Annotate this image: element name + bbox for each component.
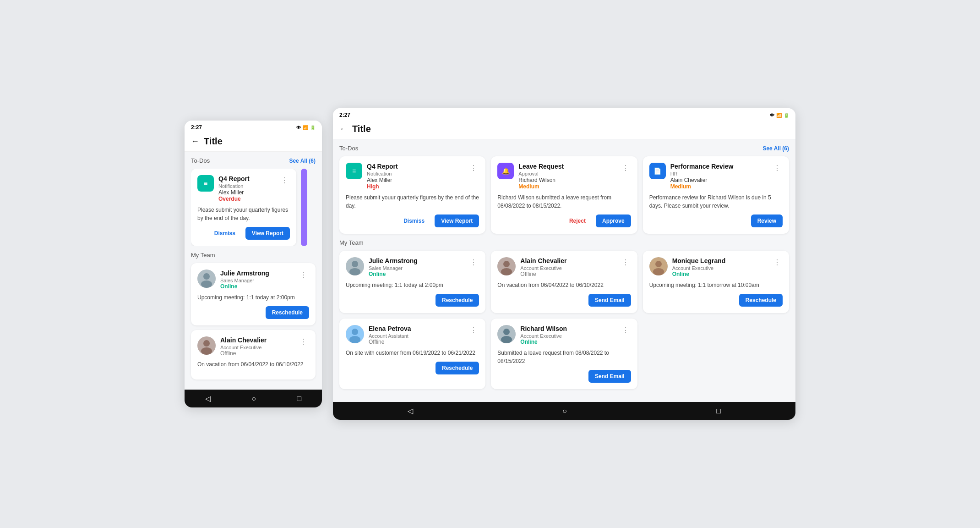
julie-name-large: Julie Armstrong: [369, 257, 463, 264]
dismiss-btn-small[interactable]: Dismiss: [208, 227, 242, 240]
home-nav-large[interactable]: ○: [562, 407, 567, 415]
q4-menu-large[interactable]: ⋮: [468, 163, 479, 173]
svg-point-8: [349, 268, 360, 275]
recents-nav-small[interactable]: □: [297, 395, 302, 403]
svg-point-1: [203, 273, 210, 280]
julie-menu-large[interactable]: ⋮: [468, 257, 479, 268]
view-report-btn-small[interactable]: View Report: [245, 227, 290, 240]
back-nav-small[interactable]: ◁: [205, 394, 211, 403]
leave-header-large: 🔔 Leave Request Approval Richard Wilson …: [497, 163, 631, 190]
perf-header-large: 📄 Performance Review HR Alain Chevalier …: [649, 163, 783, 190]
battery-icon-large: 🔋: [784, 113, 789, 118]
alain-menu-large[interactable]: ⋮: [620, 257, 631, 268]
team-card-elena-large: Elena Petrova Account Assistant Offline …: [339, 319, 485, 389]
elena-menu-large[interactable]: ⋮: [468, 325, 479, 336]
q4-meta-small: Q4 Report Notification Alex Miller Overd…: [218, 175, 274, 202]
richard-avatar-large: [497, 325, 516, 343]
perf-meta-large: Performance Review HR Alain Chevalier Me…: [670, 163, 767, 190]
back-arrow-large[interactable]: ←: [339, 124, 348, 134]
monique-menu-large[interactable]: ⋮: [772, 257, 783, 268]
q4-subtitle-small: Notification: [218, 183, 274, 189]
leave-menu-large[interactable]: ⋮: [620, 163, 631, 173]
svg-point-10: [503, 261, 510, 267]
team-section-header-small: My Team: [191, 252, 316, 258]
perf-title-large: Performance Review: [670, 163, 767, 170]
q4-name-small: Alex Miller: [218, 189, 274, 196]
svg-point-14: [653, 268, 664, 275]
review-btn-large[interactable]: Review: [751, 214, 783, 227]
monique-role-large: Account Executive: [672, 265, 767, 271]
q4-icon-large: ≡: [346, 163, 362, 179]
alain-meta-large: Alain Chevalier Account Executive Offlin…: [520, 257, 615, 277]
header-title-small: Title: [204, 136, 223, 147]
alain-actions-large: Send Email: [497, 294, 631, 307]
julie-role-large: Sales Manager: [369, 265, 463, 271]
empty-col-large: [643, 319, 789, 389]
see-all-large[interactable]: See All (6): [762, 145, 789, 152]
status-bar-large: 2:27 👁 📶 🔋: [333, 108, 795, 120]
q4-status-small: Overdue: [218, 196, 274, 202]
recents-nav-large[interactable]: □: [716, 407, 721, 415]
send-email-alain-large[interactable]: Send Email: [588, 294, 631, 307]
julie-meta-large: Julie Armstrong Sales Manager Online: [369, 257, 463, 277]
richard-body-large: Submitted a leave request from 08/08/202…: [497, 349, 631, 365]
reschedule-elena-large[interactable]: Reschedule: [436, 362, 479, 374]
approve-leave-large[interactable]: Approve: [596, 214, 631, 227]
back-arrow-small[interactable]: ←: [191, 137, 199, 146]
julie-menu-small[interactable]: ⋮: [298, 270, 309, 280]
q4-actions-small: Dismiss View Report: [197, 227, 290, 240]
svg-point-2: [201, 280, 212, 288]
large-phone: 2:27 👁 📶 🔋 ← Title To-Dos See All (6) ≡: [333, 108, 795, 420]
home-nav-small[interactable]: ○: [251, 395, 256, 403]
battery-icon: 🔋: [310, 125, 316, 130]
reschedule-monique-large[interactable]: Reschedule: [739, 294, 783, 307]
alain-name-large: Alain Chevalier: [520, 257, 615, 264]
monique-status-large: Online: [672, 271, 767, 277]
team-card-julie-large: Julie Armstrong Sales Manager Online ⋮ U…: [339, 251, 485, 313]
alain-menu-small[interactable]: ⋮: [298, 336, 309, 347]
dismiss-q4-large[interactable]: Dismiss: [397, 214, 431, 227]
reschedule-julie-small[interactable]: Reschedule: [266, 306, 309, 319]
wifi-icon: 📶: [303, 125, 308, 130]
alain-body-small: On vacation from 06/04/2022 to 06/10/202…: [197, 360, 309, 368]
todo-scroll-small: ≡ Q4 Report Notification Alex Miller Ove…: [191, 169, 316, 246]
todo-card-small: ≡ Q4 Report Notification Alex Miller Ove…: [191, 169, 296, 246]
leave-actions-large: Reject Approve: [497, 214, 631, 227]
perf-menu-large[interactable]: ⋮: [772, 163, 783, 173]
team-label-large: My Team: [339, 239, 364, 246]
reschedule-julie-large[interactable]: Reschedule: [436, 294, 479, 307]
q4-menu-small[interactable]: ⋮: [279, 175, 290, 186]
status-icons-large: 👁 📶 🔋: [770, 113, 789, 118]
julie-header-large: Julie Armstrong Sales Manager Online ⋮: [346, 257, 479, 277]
team-card-monique-large: Monique Legrand Account Executive Online…: [643, 251, 789, 313]
alain-body-large: On vacation from 06/04/2022 to 06/10/202…: [497, 281, 631, 289]
alain-name-small: Alain Chevalier: [220, 336, 294, 344]
elena-body-large: On site with customer from 06/19/2022 to…: [346, 349, 479, 357]
q4-title-large: Q4 Report: [367, 163, 463, 170]
todos-section-header-large: To-Dos See All (6): [339, 145, 789, 152]
perf-actions-large: Review: [649, 214, 783, 227]
q4-subtitle-large: Notification: [367, 171, 463, 176]
perf-name-large: Alain Chevalier: [670, 177, 767, 183]
bottom-nav-small: ◁ ○ □: [185, 390, 322, 407]
partial-card-small: [301, 169, 307, 246]
q4-body-small: Please submit youur quarterly figures by…: [197, 206, 290, 222]
team-card-julie-small: Julie Armstrong Sales Manager Online ⋮ U…: [191, 263, 316, 325]
svg-point-17: [349, 336, 360, 343]
richard-menu-large[interactable]: ⋮: [620, 325, 631, 336]
svg-point-13: [655, 261, 662, 267]
reject-leave-large[interactable]: Reject: [563, 214, 592, 227]
alain-header-small: Alain Chevalier Account Executive Offlin…: [197, 336, 309, 357]
julie-avatar-large: [346, 257, 364, 275]
view-report-q4-large[interactable]: View Report: [435, 214, 479, 227]
elena-name-large: Elena Petrova: [369, 325, 463, 332]
todo-grid-large: ≡ Q4 Report Notification Alex Miller Hig…: [339, 156, 789, 234]
monique-avatar-large: [649, 257, 668, 275]
send-email-richard-large[interactable]: Send Email: [588, 370, 631, 383]
back-nav-large[interactable]: ◁: [408, 407, 413, 415]
leave-meta-large: Leave Request Approval Richard Wilson Me…: [518, 163, 615, 190]
q4-name-large: Alex Miller: [367, 177, 463, 183]
q4-icon-small: ≡: [197, 175, 214, 192]
see-all-small[interactable]: See All (6): [289, 158, 316, 164]
elena-status-large: Offline: [369, 339, 463, 345]
